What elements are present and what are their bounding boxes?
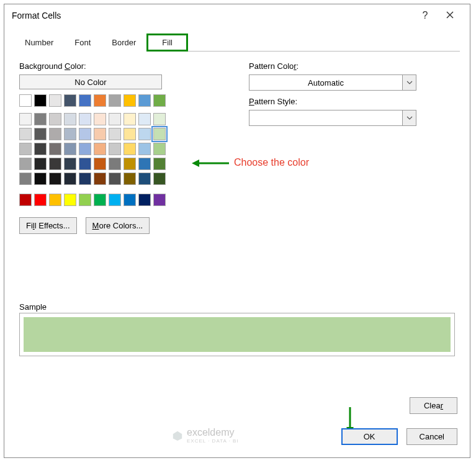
color-swatch[interactable] — [49, 173, 61, 185]
color-swatch[interactable] — [34, 128, 47, 140]
color-swatch[interactable] — [64, 143, 76, 155]
color-swatch[interactable] — [19, 94, 32, 107]
color-swatch[interactable] — [153, 173, 166, 185]
color-swatch[interactable] — [49, 143, 61, 155]
color-swatch[interactable] — [34, 158, 47, 170]
color-swatch[interactable] — [138, 158, 151, 170]
color-swatch[interactable] — [34, 143, 47, 155]
color-swatch[interactable] — [109, 94, 121, 107]
help-button[interactable]: ? — [413, 10, 438, 21]
color-swatch[interactable] — [138, 128, 151, 140]
color-swatch[interactable] — [64, 128, 76, 140]
color-swatch[interactable] — [138, 113, 151, 125]
fill-effects-button[interactable]: Fill Effects... — [19, 217, 77, 234]
color-swatch[interactable] — [109, 173, 121, 185]
color-swatch[interactable] — [79, 128, 91, 140]
titlebar: Format Cells ? — [4, 4, 470, 27]
color-swatch[interactable] — [153, 194, 166, 206]
color-swatch[interactable] — [94, 113, 106, 125]
color-swatch[interactable] — [94, 128, 106, 140]
shade-row — [19, 173, 224, 185]
color-swatch[interactable] — [79, 158, 91, 170]
color-swatch[interactable] — [49, 158, 61, 170]
color-swatch[interactable] — [153, 94, 166, 107]
color-swatch[interactable] — [94, 158, 106, 170]
color-swatch[interactable] — [49, 94, 61, 107]
color-swatch[interactable] — [34, 173, 47, 185]
color-swatch[interactable] — [123, 128, 136, 140]
color-swatch[interactable] — [109, 194, 121, 206]
color-swatch[interactable] — [79, 173, 91, 185]
color-swatch[interactable] — [64, 113, 76, 125]
color-swatch[interactable] — [49, 128, 61, 140]
format-cells-dialog: Format Cells ? Number Font Border Fill B… — [4, 4, 470, 458]
color-swatch[interactable] — [19, 113, 32, 125]
color-swatch[interactable] — [19, 158, 32, 170]
color-swatch[interactable] — [34, 194, 47, 206]
color-swatch[interactable] — [94, 173, 106, 185]
color-swatch[interactable] — [153, 128, 166, 140]
arrow-left-icon — [192, 158, 229, 168]
color-swatch[interactable] — [123, 143, 136, 155]
theme-color-row — [19, 94, 224, 107]
color-swatch[interactable] — [94, 194, 106, 206]
color-swatch[interactable] — [123, 113, 136, 125]
content-area: Background Color: No Color Fill Effects.… — [4, 52, 470, 234]
color-swatch[interactable] — [79, 113, 91, 125]
color-swatch[interactable] — [19, 173, 32, 185]
more-colors-button[interactable]: More Colors... — [86, 217, 150, 234]
ok-button[interactable]: OK — [341, 428, 398, 445]
color-swatch[interactable] — [19, 143, 32, 155]
color-swatch[interactable] — [79, 143, 91, 155]
color-swatch[interactable] — [123, 194, 136, 206]
color-swatch[interactable] — [138, 173, 151, 185]
color-swatch[interactable] — [34, 113, 47, 125]
color-swatch[interactable] — [79, 94, 91, 107]
pattern-color-combo[interactable]: Automatic — [249, 74, 416, 91]
tab-border[interactable]: Border — [101, 34, 146, 52]
chevron-down-icon — [402, 110, 416, 125]
shade-row — [19, 143, 224, 155]
tab-number[interactable]: Number — [14, 34, 64, 52]
close-button[interactable] — [438, 11, 462, 20]
watermark-logo-icon — [172, 430, 183, 441]
color-swatch[interactable] — [64, 94, 76, 107]
tab-font[interactable]: Font — [64, 34, 101, 52]
color-swatch[interactable] — [19, 128, 32, 140]
color-swatch[interactable] — [34, 94, 47, 107]
color-swatch[interactable] — [19, 194, 32, 206]
color-swatch[interactable] — [153, 143, 166, 155]
color-swatch[interactable] — [109, 128, 121, 140]
color-swatch[interactable] — [49, 194, 61, 206]
color-swatch[interactable] — [64, 194, 76, 206]
color-swatch[interactable] — [123, 94, 136, 107]
color-swatch[interactable] — [64, 173, 76, 185]
pattern-style-combo[interactable] — [249, 110, 416, 126]
clear-button[interactable]: Clear — [410, 397, 457, 414]
color-swatch[interactable] — [138, 143, 151, 155]
no-color-button[interactable]: No Color — [19, 74, 162, 89]
color-swatch[interactable] — [64, 158, 76, 170]
color-swatch[interactable] — [94, 94, 106, 107]
cancel-button[interactable]: Cancel — [406, 428, 457, 445]
color-swatch[interactable] — [123, 173, 136, 185]
pattern-color-label: Pattern Color: — [249, 61, 455, 71]
color-swatch[interactable] — [153, 113, 166, 125]
color-swatch[interactable] — [138, 94, 151, 107]
color-swatch[interactable] — [138, 194, 151, 206]
background-color-label: Background Color: — [19, 61, 224, 71]
svg-marker-3 — [192, 160, 199, 167]
tab-fill[interactable]: Fill — [146, 34, 188, 52]
color-swatch[interactable] — [79, 194, 91, 206]
sample-label: Sample — [19, 302, 455, 312]
button-row: Fill Effects... More Colors... — [19, 217, 224, 234]
color-swatch[interactable] — [153, 158, 166, 170]
color-swatch[interactable] — [109, 113, 121, 125]
close-icon — [446, 11, 454, 19]
tab-bar: Number Font Border Fill — [14, 33, 460, 52]
color-swatch[interactable] — [109, 143, 121, 155]
color-swatch[interactable] — [123, 158, 136, 170]
color-swatch[interactable] — [109, 158, 121, 170]
color-swatch[interactable] — [49, 113, 61, 125]
color-swatch[interactable] — [94, 143, 106, 155]
